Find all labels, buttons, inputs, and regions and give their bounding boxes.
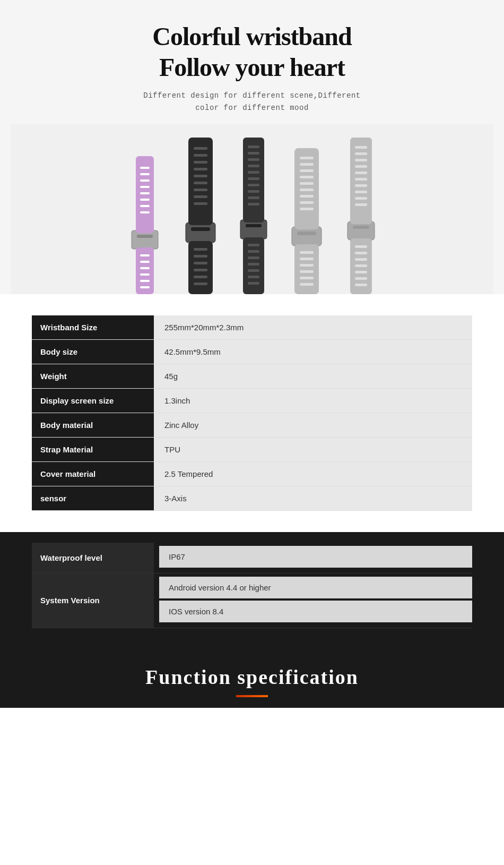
svg-rect-27 (194, 189, 207, 191)
svg-rect-65 (300, 182, 314, 185)
svg-rect-67 (300, 195, 314, 198)
svg-rect-83 (355, 165, 367, 168)
hero-title: Colorful wristband Follow your heart (11, 21, 493, 82)
svg-rect-49 (248, 203, 259, 205)
svg-rect-13 (140, 261, 150, 263)
spec-value: 42.5mm*9.5mm (154, 339, 472, 364)
svg-rect-9 (140, 205, 150, 207)
svg-rect-40 (248, 145, 259, 148)
svg-rect-14 (140, 267, 150, 269)
band-gray (280, 148, 333, 294)
hero-subtitle-line2: color for different mood (195, 104, 309, 112)
svg-rect-57 (248, 282, 259, 285)
svg-rect-52 (248, 250, 259, 253)
svg-rect-78 (353, 226, 369, 229)
svg-rect-12 (140, 254, 150, 256)
table-row: Cover material 2.5 Tempered (32, 461, 472, 486)
band-tall-black (174, 138, 227, 294)
svg-rect-33 (194, 262, 207, 264)
svg-rect-46 (248, 184, 259, 186)
svg-rect-95 (355, 271, 367, 273)
spec-label: Display screen size (32, 388, 154, 413)
spec-value: 3-Axis (154, 486, 472, 510)
svg-rect-35 (194, 276, 207, 278)
svg-rect-69 (300, 208, 314, 210)
band-tall-gray (338, 138, 384, 294)
dark-specs-table: Waterproof level IP67 System Version And… (32, 543, 472, 628)
svg-rect-58 (292, 227, 321, 246)
svg-rect-22 (194, 154, 207, 157)
svg-rect-86 (355, 184, 367, 187)
svg-rect-24 (194, 168, 207, 170)
spec-label: sensor (32, 486, 154, 510)
dark-spec-value-cell: Android version 4.4 or higherIOS version… (154, 573, 472, 628)
svg-rect-87 (355, 191, 367, 193)
specs-table: Wristband Size 255mm*20mm*2.3mm Body siz… (32, 315, 472, 511)
svg-rect-94 (355, 264, 367, 267)
spec-label: Wristband Size (32, 315, 154, 340)
svg-rect-76 (300, 283, 314, 286)
svg-rect-15 (140, 273, 150, 276)
svg-rect-44 (248, 171, 259, 174)
spec-value: Android version 4.4 or higher (159, 577, 472, 598)
svg-rect-93 (355, 258, 367, 261)
svg-rect-45 (248, 177, 259, 180)
table-row: Strap Material TPU (32, 437, 472, 461)
svg-rect-28 (194, 195, 207, 198)
svg-rect-43 (248, 165, 259, 167)
svg-rect-31 (194, 248, 207, 251)
svg-rect-91 (355, 245, 367, 248)
table-row: Wristband Size 255mm*20mm*2.3mm (32, 315, 472, 340)
svg-rect-16 (140, 280, 150, 282)
hero-title-line1: Colorful wristband (152, 22, 351, 50)
svg-rect-79 (350, 138, 372, 224)
svg-rect-84 (355, 172, 367, 174)
svg-rect-3 (140, 167, 150, 169)
svg-rect-85 (355, 178, 367, 181)
hero-subtitle-line1: Different design for different scene,Dif… (143, 91, 360, 100)
svg-rect-18 (186, 222, 215, 243)
svg-rect-74 (300, 270, 314, 273)
svg-rect-34 (194, 269, 207, 271)
svg-rect-64 (300, 176, 314, 178)
spec-value: Zinc Alloy (154, 413, 472, 437)
spec-label: Cover material (32, 461, 154, 486)
svg-rect-82 (355, 159, 367, 161)
band-center-black (232, 138, 275, 294)
svg-rect-26 (194, 182, 207, 184)
spec-label: Body size (32, 339, 154, 364)
svg-rect-47 (248, 190, 259, 193)
dark-spec-value-cell: IP67 (154, 543, 472, 573)
table-row: Weight 45g (32, 364, 472, 388)
svg-rect-20 (188, 138, 213, 225)
spec-value: 1.3inch (154, 388, 472, 413)
svg-rect-96 (355, 277, 367, 280)
spec-value: TPU (154, 437, 472, 461)
spec-value: IOS version 8.4 (159, 601, 472, 622)
spec-value: 45g (154, 364, 472, 388)
svg-rect-62 (300, 163, 314, 166)
table-row: Body size 42.5mm*9.5mm (32, 339, 472, 364)
bands-display (11, 124, 493, 294)
hero-section: Colorful wristband Follow your heart Dif… (0, 0, 504, 294)
specs-section: Wristband Size 255mm*20mm*2.3mm Body siz… (0, 294, 504, 532)
spec-label: Weight (32, 364, 154, 388)
svg-rect-19 (191, 227, 210, 231)
svg-rect-21 (194, 147, 207, 150)
spec-value: 255mm*20mm*2.3mm (154, 315, 472, 340)
svg-rect-25 (194, 175, 207, 177)
svg-rect-38 (246, 224, 262, 227)
svg-rect-23 (194, 161, 207, 164)
dark-spec-label: System Version (32, 573, 154, 628)
svg-rect-72 (300, 258, 314, 260)
spec-label: Strap Material (32, 437, 154, 461)
svg-rect-0 (132, 230, 158, 249)
svg-rect-29 (194, 202, 207, 205)
table-row: Waterproof level IP67 (32, 543, 472, 573)
hero-title-line2: Follow your heart (159, 53, 345, 81)
svg-rect-5 (140, 179, 150, 182)
svg-rect-42 (248, 158, 259, 161)
dark-specs-section: Waterproof level IP67 System Version And… (0, 532, 504, 649)
svg-rect-8 (140, 199, 150, 201)
svg-rect-6 (140, 186, 150, 188)
